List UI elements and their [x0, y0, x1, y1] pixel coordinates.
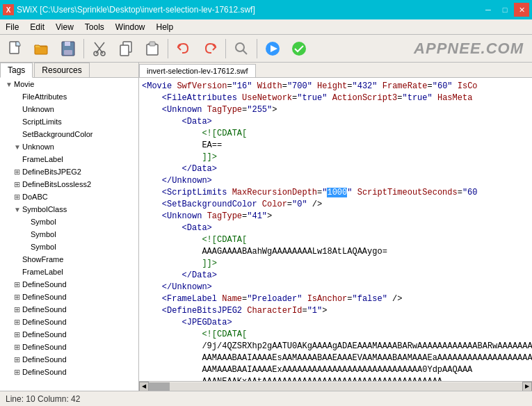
tree-item-framelabel-1[interactable]: FrameLabel	[0, 153, 138, 165]
tree-item-definesound-3[interactable]: ⊞ DefineSound	[0, 303, 138, 316]
separator-1	[83, 39, 84, 58]
cut-button[interactable]	[87, 37, 112, 60]
tree-label-movie: Movie	[14, 80, 34, 88]
check-button[interactable]	[287, 37, 312, 60]
tree-item-definebitsjpeg2[interactable]: ⊞ DefineBitsJPEG2	[0, 165, 138, 178]
tree-item-showframe[interactable]: ShowFrame	[0, 253, 138, 266]
tree-item-setbackgroundcolor[interactable]: SetBackgroundColor	[0, 128, 138, 140]
code-line-2: <FileAttributes UseNetwork="true" Action…	[142, 92, 529, 104]
tree-label-setbackgroundcolor: SetBackgroundColor	[22, 130, 93, 138]
tree-label-definesound-1: DefineSound	[22, 280, 67, 289]
code-line-21: <JPEGData>	[142, 317, 529, 329]
toolbar: APPNEE.COM	[0, 35, 532, 63]
svg-line-11	[99, 42, 104, 49]
undo-button[interactable]	[171, 37, 196, 60]
code-line-16: ]]>	[142, 258, 529, 270]
tree-label-definesound-4: DefineSound	[22, 318, 67, 326]
tree-label-doabc: DoABC	[22, 193, 48, 201]
tree-item-symbol-1[interactable]: Symbol	[0, 216, 138, 228]
window-title: SWiX [C:\Users\Sprinkle\Desktop\invert-s…	[17, 5, 255, 15]
tree-item-definesound-1[interactable]: ⊞ DefineSound	[0, 278, 138, 291]
tree-item-symbol-2[interactable]: Symbol	[0, 228, 138, 241]
code-line-14: <![CDATA[	[142, 234, 529, 246]
tree-item-symbol-3[interactable]: Symbol	[0, 241, 138, 253]
menu-file[interactable]: File	[0, 19, 24, 34]
tree-label-scriptlimits: ScriptLimits	[22, 117, 62, 126]
code-line-13: <Data>	[142, 222, 529, 234]
appnee-logo: APPNEE.COM	[414, 40, 529, 58]
tree-label-unknown-2: Unknown	[22, 143, 54, 151]
tree-item-movie[interactable]: ▼ Movie	[0, 78, 138, 90]
scroll-track[interactable]	[149, 382, 522, 391]
close-button[interactable]: ✕	[514, 3, 529, 17]
maximize-button[interactable]: □	[497, 3, 513, 17]
svg-rect-5	[64, 50, 72, 55]
scroll-right-button[interactable]: ▶	[522, 382, 532, 391]
save-button[interactable]	[56, 37, 81, 60]
code-line-7: ]]>	[142, 152, 529, 163]
menu-edit[interactable]: Edit	[24, 19, 50, 34]
tree-item-unknown-2[interactable]: ▼ Unknown	[0, 140, 138, 153]
tree-item-definesound-6[interactable]: ⊞ DefineSound	[0, 341, 138, 353]
separator-4	[257, 39, 257, 58]
copy-button[interactable]	[113, 37, 138, 60]
menu-window[interactable]: Window	[110, 19, 151, 34]
svg-rect-4	[65, 42, 70, 46]
tree-item-doabc[interactable]: ⊞ DoABC	[0, 190, 138, 203]
tree-item-symbolclass[interactable]: ▼ SymbolClass	[0, 203, 138, 216]
tree-item-definesound-5[interactable]: ⊞ DefineSound	[0, 328, 138, 341]
code-line-19: <FrameLabel Name="Preloader" IsAnchor="f…	[142, 293, 529, 305]
tree-toggle-movie: ▼	[6, 81, 14, 88]
tree-label-framelabel-2: FrameLabel	[22, 268, 63, 276]
code-line-20: <DefineBitsJPEG2 CharacterId="1">	[142, 305, 529, 317]
tree-item-definesound-8[interactable]: ⊞ DefineSound	[0, 366, 138, 378]
scroll-thumb[interactable]	[149, 382, 170, 391]
tab-resources[interactable]: Resources	[34, 63, 89, 77]
right-panel: invert-selection-lev-17612.swf <Movie Sw…	[139, 63, 532, 391]
tree-area[interactable]: ▼ Movie FileAttributes Unknown ScriptLim…	[0, 78, 138, 391]
tree-label-symbol-2: Symbol	[31, 230, 56, 238]
tree-item-definebitslossless2[interactable]: ⊞ DefineBitsLossless2	[0, 178, 138, 190]
app-icon: X	[3, 4, 14, 15]
code-line-15: AAAGAAAABAahWgAAAAAAAALw18AtLAQAAygo=	[142, 246, 529, 258]
file-tab[interactable]: invert-selection-lev-17612.swf	[139, 64, 256, 77]
tree-label-definesound-5: DefineSound	[22, 330, 67, 339]
open-button[interactable]	[29, 37, 54, 60]
paste-button[interactable]	[140, 37, 165, 60]
tree-item-fileattributes[interactable]: FileAttributes	[0, 90, 138, 103]
separator-3	[225, 39, 226, 58]
tree-item-framelabel-2[interactable]: FrameLabel	[0, 266, 138, 278]
tab-tags[interactable]: Tags	[0, 63, 33, 78]
tree-item-scriptlimits[interactable]: ScriptLimits	[0, 115, 138, 128]
tree-item-definesound-2[interactable]: ⊞ DefineSound	[0, 291, 138, 303]
new-button[interactable]	[3, 37, 28, 60]
find-button[interactable]	[229, 37, 254, 60]
code-line-4: <Data>	[142, 116, 529, 128]
redo-button[interactable]	[198, 37, 223, 60]
tree-label-definesound-7: DefineSound	[22, 355, 67, 364]
horizontal-scrollbar[interactable]: ◀ ▶	[139, 381, 532, 391]
play-button[interactable]	[260, 37, 285, 60]
code-line-22: <![CDATA[	[142, 329, 529, 341]
menu-bar: File Edit View Tools Window Help	[0, 19, 532, 35]
menu-view[interactable]: View	[50, 19, 79, 34]
svg-point-17	[236, 43, 244, 51]
panel-tabs: Tags Resources	[0, 63, 138, 78]
scroll-left-button[interactable]: ◀	[139, 382, 149, 391]
tree-label-unknown-1: Unknown	[22, 105, 54, 113]
tree-label-definesound-3: DefineSound	[22, 305, 67, 314]
menu-tools[interactable]: Tools	[79, 19, 110, 34]
code-line-18: </Unknown>	[142, 282, 529, 293]
minimize-button[interactable]: ─	[481, 3, 496, 17]
tree-label-symbol-1: Symbol	[31, 218, 56, 226]
code-line-5: <![CDATA[	[142, 128, 529, 140]
tree-item-definesound-7[interactable]: ⊞ DefineSound	[0, 353, 138, 366]
code-line-23: /9j/4QZSRXhp2gAATU0AKgAAAAgADAEAAAMAAAAB…	[142, 341, 529, 352]
tree-label-framelabel-1: FrameLabel	[22, 155, 63, 163]
code-line-9: </Unknown>	[142, 175, 529, 187]
app-icon-label: X	[6, 6, 11, 14]
tree-item-definesound-4[interactable]: ⊞ DefineSound	[0, 316, 138, 328]
code-editor[interactable]: <Movie SwfVersion="16" Width="700" Heigh…	[139, 78, 532, 381]
menu-help[interactable]: Help	[151, 19, 179, 34]
tree-item-unknown-1[interactable]: Unknown	[0, 103, 138, 115]
